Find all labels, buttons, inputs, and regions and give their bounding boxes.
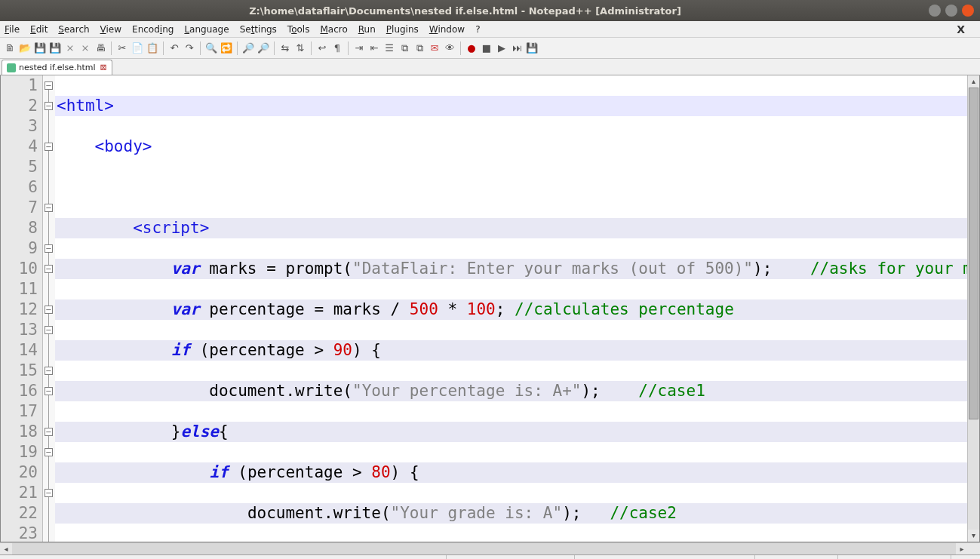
status-mode[interactable]: INS: [951, 555, 980, 559]
close-file-icon[interactable]: ⨯: [63, 41, 77, 55]
line-number: 17: [1, 401, 38, 422]
code-line: if (percentage > 80) {: [55, 462, 967, 483]
zoom-out-icon[interactable]: 🔎: [257, 41, 270, 55]
close-all-icon[interactable]: ⨯: [78, 41, 92, 55]
save-icon[interactable]: 💾: [33, 41, 47, 55]
fold-toggle-icon[interactable]: −: [45, 265, 53, 273]
status-eol[interactable]: Unix (LF): [755, 555, 838, 559]
paste-icon[interactable]: 📋: [146, 41, 159, 55]
func-list-icon[interactable]: ☰: [382, 41, 396, 55]
tab-file[interactable]: nested if.else.html ⊠: [2, 60, 112, 75]
minimize-button[interactable]: [929, 5, 941, 17]
new-file-icon[interactable]: 🗎: [3, 41, 17, 55]
play-icon[interactable]: ▶: [495, 41, 508, 55]
outdent-icon[interactable]: ⇤: [367, 41, 381, 55]
record-icon[interactable]: ●: [465, 41, 478, 55]
fold-toggle-icon[interactable]: −: [45, 326, 53, 334]
status-encoding[interactable]: UTF-8: [838, 555, 951, 559]
toolbar-separator: [237, 41, 238, 55]
fold-toggle-icon[interactable]: −: [45, 387, 53, 395]
hscroll-track[interactable]: [12, 543, 956, 554]
fold-toggle-icon[interactable]: −: [45, 428, 53, 436]
find-icon[interactable]: 🔍: [204, 41, 218, 55]
undo-icon[interactable]: ↶: [167, 41, 181, 55]
menu-settings[interactable]: Settings: [240, 24, 277, 35]
horizontal-scrollbar[interactable]: ◂ ▸: [0, 542, 980, 554]
tab-close-icon[interactable]: ⊠: [100, 63, 107, 72]
line-number: 21: [1, 483, 38, 503]
fold-toggle-icon[interactable]: −: [45, 143, 53, 151]
cut-icon[interactable]: ✂: [115, 41, 129, 55]
fold-toggle-icon[interactable]: −: [45, 244, 53, 253]
open-file-icon[interactable]: 📂: [18, 41, 32, 55]
menu-bar: FFileile Edit Search View Encoding Langu…: [0, 21, 980, 38]
fold-toggle-icon[interactable]: −: [45, 81, 53, 90]
line-number: 5: [1, 157, 38, 177]
uncomment-icon[interactable]: ⧉: [413, 41, 426, 55]
toolbar-separator: [274, 41, 275, 55]
menu-plugins[interactable]: Plugins: [386, 24, 419, 35]
line-number: 8: [1, 218, 38, 238]
fold-toggle-icon[interactable]: −: [45, 367, 53, 375]
sync-icon[interactable]: ⇆: [278, 41, 292, 55]
menubar-close-icon[interactable]: X: [957, 23, 965, 35]
menu-view[interactable]: View: [100, 24, 121, 35]
code-line: document.write("Your grade is: A"); //ca…: [55, 503, 967, 524]
scroll-down-icon[interactable]: ▾: [968, 530, 979, 542]
redo-icon[interactable]: ↷: [183, 41, 196, 55]
menu-macro[interactable]: Macro: [320, 24, 347, 35]
stop-icon[interactable]: ■: [480, 41, 493, 55]
scroll-up-icon[interactable]: ▴: [968, 75, 979, 88]
menu-window[interactable]: Window: [429, 24, 465, 35]
indent-icon[interactable]: ⇥: [352, 41, 366, 55]
line-number: 16: [1, 381, 38, 401]
save-macro-icon[interactable]: 💾: [525, 41, 539, 55]
wordwrap-icon[interactable]: ↩: [315, 41, 329, 55]
print-icon[interactable]: 🖶: [94, 41, 107, 55]
fold-column[interactable]: − − − − − − − − − − − − −: [43, 75, 55, 542]
comment-icon[interactable]: ⧉: [398, 41, 411, 55]
fold-toggle-icon[interactable]: −: [45, 204, 53, 212]
scroll-left-icon[interactable]: ◂: [0, 543, 12, 554]
line-number: 15: [1, 361, 38, 381]
zoom-in-icon[interactable]: 🔎: [241, 41, 255, 55]
line-number-gutter[interactable]: 1 2 3 4 5 6 7 8 9 10 11 12 13 14 15 16 1…: [1, 75, 43, 542]
monitor-icon[interactable]: 👁: [443, 41, 456, 55]
line-number: 1: [1, 75, 38, 96]
menu-encoding[interactable]: Encoding: [132, 24, 174, 35]
menu-edit[interactable]: Edit: [30, 24, 48, 35]
tab-bar: nested if.else.html ⊠: [0, 59, 980, 75]
fold-toggle-icon[interactable]: −: [45, 448, 53, 456]
fold-toggle-icon[interactable]: −: [45, 489, 53, 497]
line-number: 18: [1, 422, 38, 442]
code-line: document.write("Your percentage is: A+")…: [55, 381, 967, 401]
line-number: 7: [1, 198, 38, 218]
mail-icon[interactable]: ✉: [428, 41, 441, 55]
vertical-scrollbar[interactable]: ▴ ▾: [967, 75, 979, 542]
toolbar: 🗎 📂 💾 💾 ⨯ ⨯ 🖶 ✂ 📄 📋 ↶ ↷ 🔍 🔁 🔎 🔎 ⇆ ⇅ ↩ ¶ …: [0, 38, 980, 59]
code-line: var percentage = marks / 500 * 100; //ca…: [55, 299, 967, 320]
maximize-button[interactable]: [945, 5, 957, 17]
menu-tools[interactable]: Tools: [287, 24, 310, 35]
code-editor[interactable]: <html> <body> <script> var marks = promp…: [55, 75, 967, 542]
fold-toggle-icon[interactable]: −: [45, 306, 53, 314]
line-number: 23: [1, 524, 38, 544]
sync-v-icon[interactable]: ⇅: [293, 41, 307, 55]
code-line: var marks = prompt("DataFlair: Enter you…: [55, 259, 967, 279]
menu-help[interactable]: ?: [475, 24, 480, 35]
toolbar-separator: [311, 41, 312, 55]
scroll-right-icon[interactable]: ▸: [956, 543, 968, 554]
save-all-icon[interactable]: 💾: [48, 41, 62, 55]
fold-toggle-icon[interactable]: −: [45, 102, 53, 110]
replace-icon[interactable]: 🔁: [220, 41, 233, 55]
play-multi-icon[interactable]: ⏭: [510, 41, 524, 55]
close-window-button[interactable]: [962, 5, 974, 17]
menu-run[interactable]: Run: [358, 24, 376, 35]
scroll-thumb[interactable]: [969, 88, 978, 419]
copy-icon[interactable]: 📄: [131, 41, 144, 55]
menu-search[interactable]: Search: [58, 24, 89, 35]
menu-file[interactable]: FFileile: [5, 24, 20, 35]
menu-language[interactable]: Language: [184, 24, 229, 35]
show-all-chars-icon[interactable]: ¶: [330, 41, 344, 55]
scroll-track[interactable]: [968, 88, 979, 530]
